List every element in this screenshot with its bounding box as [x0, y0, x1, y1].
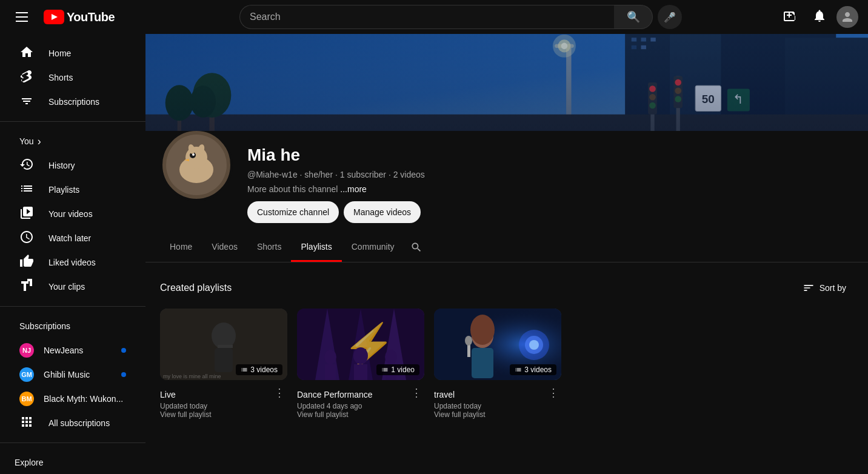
tab-search-button[interactable] [404, 235, 429, 259]
playlist-card-dance[interactable]: ⚡ 1 video [297, 309, 424, 419]
channel-pronouns: she/her [304, 170, 333, 179]
banner-overlay [145, 34, 868, 131]
sidebar-item-blackmyth[interactable]: BM Black Myth: Wukon... [5, 387, 141, 411]
sidebar-item-shorts[interactable]: Shorts [5, 65, 141, 90]
mic-button[interactable]: 🎤 [658, 5, 682, 29]
user-avatar[interactable] [836, 6, 858, 28]
sidebar-divider-3 [0, 442, 145, 443]
avatar-svg [166, 135, 227, 195]
sidebar-item-playlists[interactable]: Playlists [5, 178, 141, 202]
channel-separator-2: · [335, 170, 340, 179]
tab-playlists[interactable]: Playlists [291, 233, 341, 262]
svg-text:⚡: ⚡ [342, 321, 396, 371]
sidebar-item-liked[interactable]: Liked videos [5, 250, 141, 275]
logo-text: YouTube [67, 10, 115, 24]
playlist-card-info-live: Live [160, 385, 176, 399]
channel-info: Mia he @Miahe-w1e · she/her · 1 subscrib… [145, 131, 868, 223]
you-label: You [19, 136, 34, 146]
sidebar-item-your-videos[interactable]: Your videos [5, 202, 141, 226]
svg-text:my love is mine all mine: my love is mine all mine [163, 373, 221, 379]
playlist-card-info-travel: travel [434, 385, 455, 399]
sidebar-liked-label: Liked videos [48, 258, 96, 267]
ghibli-dot [121, 372, 126, 377]
channel-handle: @Miahe-w1e [247, 170, 298, 179]
sidebar-item-ghibli[interactable]: GM Ghibli Music [5, 362, 141, 387]
dance-menu-button[interactable]: ⋮ [409, 385, 424, 401]
tab-videos[interactable]: Videos [202, 233, 247, 262]
svg-point-66 [470, 315, 495, 345]
tab-community[interactable]: Community [342, 233, 404, 262]
travel-view-link[interactable]: View full playlist [434, 410, 561, 419]
sidebar-item-home[interactable]: Home [5, 41, 141, 65]
playlist-card-travel[interactable]: 3 videos travel ⋮ Updated today View ful… [434, 309, 561, 419]
more-link[interactable]: ...more [340, 184, 367, 194]
you-section-title[interactable]: You › [5, 129, 141, 153]
liked-icon [19, 254, 34, 272]
sort-icon [803, 282, 815, 294]
menu-button[interactable] [10, 5, 34, 29]
sort-button[interactable]: Sort by [795, 277, 853, 299]
live-title: Live [160, 390, 176, 399]
tab-shorts[interactable]: Shorts [247, 233, 291, 262]
channel-more: More about this channel ...more [247, 184, 853, 194]
playlist-card-header-live: Live ⋮ [160, 385, 287, 401]
channel-actions: Customize channel Manage videos [247, 201, 853, 223]
channel-meta: @Miahe-w1e · she/her · 1 subscriber · 2 … [247, 170, 853, 179]
live-menu-button[interactable]: ⋮ [272, 385, 287, 401]
sidebar-clips-label: Your clips [48, 282, 85, 292]
sidebar-subscriptions-label: Subscriptions [48, 97, 99, 107]
home-icon [19, 45, 34, 62]
live-view-link[interactable]: View full playlist [160, 410, 287, 419]
main-layout: Home Shorts Subscriptions You › [0, 34, 868, 474]
search-input[interactable] [239, 5, 614, 29]
customize-channel-button[interactable]: Customize channel [247, 201, 339, 223]
tab-home[interactable]: Home [160, 233, 202, 262]
sidebar-home-label: Home [48, 48, 71, 58]
create-icon [783, 8, 798, 26]
manage-videos-button[interactable]: Manage videos [344, 201, 421, 223]
playlist-grid: my love is mine all mine 3 videos Live [160, 309, 853, 419]
travel-count: 3 videos [510, 364, 556, 375]
hamburger-icon [11, 7, 33, 27]
sidebar-item-history[interactable]: History [5, 153, 141, 178]
dance-count: 1 video [376, 364, 419, 375]
playlist-card-info-dance: Dance Performance [297, 385, 373, 399]
ghibli-avatar: GM [19, 367, 34, 382]
sidebar-your-videos-label: Your videos [48, 209, 93, 219]
bell-icon [812, 8, 827, 26]
search-icon: 🔍 [627, 10, 640, 24]
you-chevron: › [38, 135, 41, 148]
sidebar-history-label: History [48, 161, 75, 170]
shorts-icon [19, 69, 34, 87]
dance-view-link[interactable]: View full playlist [297, 410, 424, 419]
main-content: 50 ↰ [145, 34, 868, 474]
sidebar-item-subscriptions[interactable]: Subscriptions [5, 90, 141, 114]
playlists-icon [19, 181, 34, 199]
youtube-logo-icon [44, 10, 64, 24]
header-left: YouTube [10, 5, 143, 29]
travel-title: travel [434, 390, 455, 399]
channel-name: Mia he [247, 145, 853, 165]
channel-banner: 50 ↰ [145, 34, 868, 131]
app-container: YouTube 🔍 🎤 [0, 0, 868, 474]
channel-tabs: Home Videos Shorts Playlists Community [145, 233, 868, 262]
blackmyth-label: Black Myth: Wukon... [44, 394, 123, 404]
dance-updated: Updated 4 days ago [297, 402, 424, 410]
create-button[interactable] [778, 5, 803, 29]
blackmyth-avatar: BM [19, 392, 34, 406]
channel-separator-3: · [389, 170, 393, 179]
subscriptions-label: Subscriptions [19, 321, 70, 331]
sidebar-item-watch-later[interactable]: Watch later [5, 226, 141, 250]
playlist-thumbnail-travel: 3 videos [434, 309, 561, 380]
sidebar-item-all-subscriptions[interactable]: All subscriptions [5, 411, 141, 435]
youtube-logo[interactable]: YouTube [44, 10, 115, 24]
travel-menu-button[interactable]: ⋮ [546, 385, 561, 401]
notification-button[interactable] [807, 5, 832, 29]
svg-point-58 [353, 347, 368, 364]
subscriptions-icon [19, 93, 34, 111]
sidebar-item-newjeans[interactable]: NJ NewJeans [5, 338, 141, 362]
search-button[interactable]: 🔍 [614, 5, 653, 29]
playlist-card-live[interactable]: my love is mine all mine 3 videos Live [160, 309, 287, 419]
sidebar-item-clips[interactable]: Your clips [5, 275, 141, 299]
sidebar: Home Shorts Subscriptions You › [0, 34, 145, 474]
